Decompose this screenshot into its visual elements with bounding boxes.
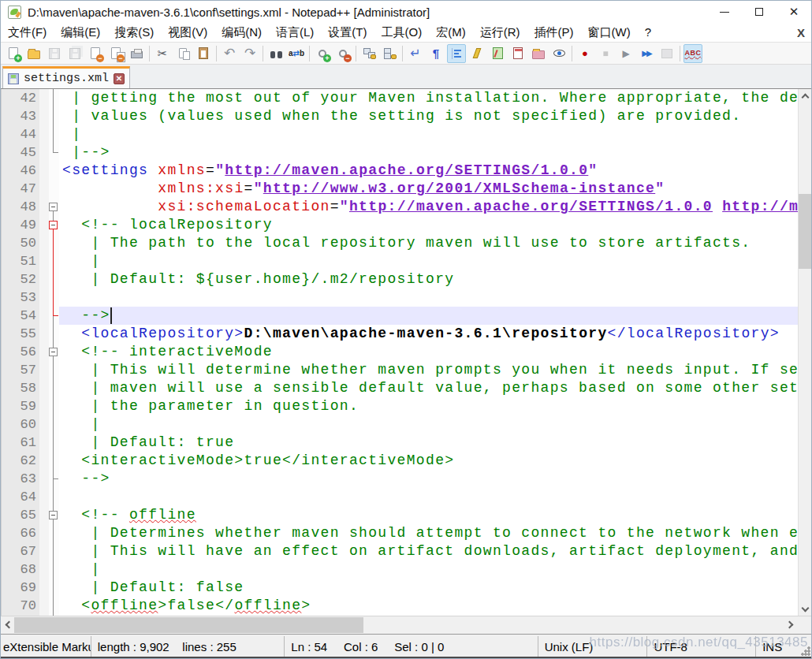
line-number[interactable]: 53 (2, 289, 36, 307)
code-line-62[interactable]: <interactiveMode>true</interactiveMode> (62, 452, 799, 470)
word-wrap-button[interactable]: ↵ (406, 44, 425, 63)
code-line-59[interactable]: | the parameter in question. (62, 397, 799, 415)
monitoring-button[interactable] (549, 44, 568, 63)
bookmark-margin[interactable] (39, 89, 49, 616)
paste-button[interactable] (194, 44, 213, 63)
menu-item-view[interactable]: 视图(V) (161, 24, 214, 42)
code-line-54[interactable]: --> (62, 307, 799, 325)
code-line-64[interactable] (62, 488, 799, 506)
close-file-button[interactable]: − (86, 44, 105, 63)
document-map-button[interactable] (488, 44, 507, 63)
code-line-55[interactable]: <localRepository>D:\maven\apache-maven-3… (62, 325, 799, 343)
line-number[interactable]: 60 (2, 415, 36, 434)
code-line-67[interactable]: | This will have an effect on artifact d… (62, 542, 799, 560)
code-line-61[interactable]: | Default: true (62, 434, 799, 452)
show-all-characters-button[interactable]: ¶ (426, 44, 445, 63)
line-number[interactable]: 54 (2, 307, 36, 325)
menu-item-run[interactable]: 运行(R) (473, 24, 527, 42)
copy-button[interactable] (173, 44, 192, 63)
line-number[interactable]: 45 (2, 143, 36, 162)
minimize-button[interactable] (707, 1, 742, 23)
code-lines[interactable]: | getting the most out of your Maven ins… (59, 89, 799, 616)
indent-guide-button[interactable] (447, 44, 466, 63)
horizontal-scrollbar[interactable] (1, 616, 797, 634)
code-line-43[interactable]: | values (values used when the setting i… (62, 107, 799, 125)
save-button[interactable] (45, 44, 64, 63)
code-line-45[interactable]: |--> (62, 143, 799, 162)
code-line-65[interactable]: <!-- offline (62, 506, 799, 524)
redo-button[interactable]: ↷ (240, 44, 259, 63)
code-line-46[interactable]: <settings xmlns="http://maven.apache.org… (62, 162, 799, 180)
spell-check-button[interactable]: ABC (683, 44, 702, 63)
line-number[interactable]: 52 (2, 270, 36, 289)
code-line-42[interactable]: | getting the most out of your Maven ins… (62, 89, 799, 107)
line-number[interactable]: 51 (2, 252, 36, 270)
menu-item-help[interactable]: ? (638, 24, 658, 42)
macro-play-button[interactable]: ▶ (616, 44, 635, 63)
line-number[interactable]: 50 (2, 234, 36, 252)
find-button[interactable] (266, 44, 285, 63)
menu-item-settings[interactable]: 设置(T) (321, 24, 374, 42)
code-line-50[interactable]: | The path to the local repository maven… (62, 234, 799, 252)
code-line-70[interactable]: <offline>false</offline> (62, 597, 799, 615)
tab-close-icon[interactable]: ✕ (114, 73, 125, 84)
code-line-58[interactable]: | maven will use a sensible default valu… (62, 379, 799, 397)
new-file-button[interactable]: + (4, 44, 23, 63)
scroll-down-button[interactable] (799, 602, 811, 616)
code-line-51[interactable]: | (62, 252, 799, 270)
vertical-scrollbar[interactable] (798, 89, 811, 616)
line-number[interactable]: 43 (2, 107, 36, 125)
menu-item-macro[interactable]: 宏(M) (429, 24, 473, 42)
line-number[interactable]: 48 (2, 198, 36, 216)
menu-item-edit[interactable]: 编辑(E) (54, 24, 107, 42)
code-line-63[interactable]: --> (62, 470, 799, 488)
macro-save-button[interactable] (657, 44, 676, 63)
horizontal-scrollbar-thumb[interactable] (14, 617, 363, 633)
macro-run-multiple-button[interactable]: ▶▶ (637, 44, 656, 63)
line-number[interactable]: 58 (2, 379, 36, 397)
line-number[interactable]: 70 (2, 597, 36, 615)
line-number[interactable]: 66 (2, 524, 36, 542)
cut-button[interactable]: ✂ (153, 44, 172, 63)
sync-vertical-scroll-button[interactable] (359, 44, 378, 63)
code-line-49[interactable]: <!-- localRepository (62, 216, 799, 234)
code-line-48[interactable]: xsi:schemaLocation="http://maven.apache.… (62, 198, 799, 216)
line-number[interactable]: 69 (2, 579, 36, 597)
line-number[interactable]: 56 (2, 343, 36, 361)
line-number[interactable]: 47 (2, 180, 36, 198)
menu-item-search[interactable]: 搜索(S) (107, 24, 161, 42)
menu-item-language[interactable]: 语言(L) (269, 24, 321, 42)
code-line-68[interactable]: | (62, 560, 799, 579)
replace-button[interactable]: a⇄b (287, 44, 306, 63)
line-number[interactable]: 59 (2, 397, 36, 415)
close-button[interactable]: ✕ (777, 1, 811, 23)
line-number[interactable]: 63 (2, 470, 36, 488)
code-line-53[interactable] (62, 289, 799, 307)
undo-button[interactable]: ↶ (220, 44, 239, 63)
status-cursor-position[interactable]: Ln : 54 Col : 6 Sel : 0 | 0 (285, 636, 538, 657)
line-number[interactable]: 61 (2, 434, 36, 452)
zoom-in-button[interactable]: + (313, 44, 332, 63)
open-file-button[interactable] (24, 44, 43, 63)
menu-item-tools[interactable]: 工具(O) (374, 24, 429, 42)
scroll-left-button[interactable] (1, 618, 14, 631)
folder-as-workspace-button[interactable] (529, 44, 548, 63)
menu-item-file[interactable]: 文件(F) (1, 24, 54, 42)
zoom-out-button[interactable]: − (333, 44, 352, 63)
fold-collapse-box-line-48[interactable] (49, 203, 58, 211)
fold-collapse-box-line-56[interactable] (49, 348, 58, 356)
status-doc-type[interactable]: eXtensible Markup Language file (1, 636, 91, 657)
line-number[interactable]: 55 (2, 325, 36, 343)
tab-settings-xml[interactable]: settings.xml ✕ (2, 66, 130, 88)
sync-horizontal-scroll-button[interactable] (380, 44, 399, 63)
code-line-66[interactable]: | Determines whether maven should attemp… (62, 524, 799, 542)
fold-collapse-box-line-49[interactable] (49, 221, 58, 229)
code-line-47[interactable]: xmlns:xsi="http://www.w3.org/2001/XMLSch… (62, 180, 799, 198)
status-doc-size[interactable]: length : 9,902 lines : 255 (91, 636, 285, 657)
scroll-right-button[interactable] (784, 618, 797, 631)
line-number[interactable]: 67 (2, 542, 36, 560)
line-number[interactable]: 42 (2, 89, 36, 107)
define-language-button[interactable] (467, 44, 486, 63)
code-line-69[interactable]: | Default: false (62, 579, 799, 597)
print-button[interactable] (127, 44, 146, 63)
